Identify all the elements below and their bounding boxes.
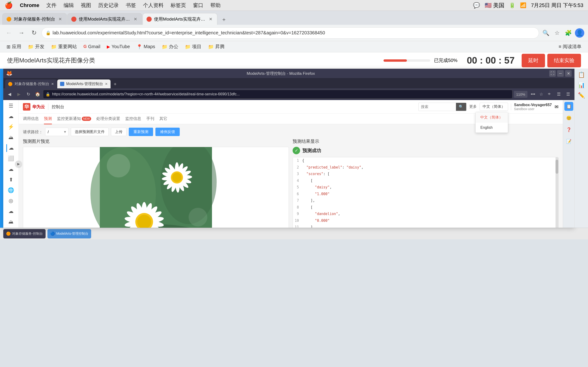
mail-icon[interactable]: ✉ [555,104,559,110]
delay-button[interactable]: 延时 [522,54,545,67]
ff-tab-1[interactable]: 🟠 对象存储服务-控制台 ✕ [5,79,57,88]
select-file-button[interactable]: 选择预测图片文件 [71,128,109,136]
taskbar-item-1[interactable]: 🟠 对象存储服务-控制台 [3,229,46,238]
tab3-close-icon[interactable]: ✕ [208,16,213,22]
scrollbar-thumb[interactable] [555,160,558,174]
lang-option-en[interactable]: English [476,123,508,133]
menu-bookmarks[interactable]: 书签 [126,2,136,9]
search-button[interactable]: 🔍 [456,103,466,111]
ff-minimize-icon[interactable]: ─ [557,70,564,77]
tab2-close-icon[interactable]: ✕ [133,16,138,22]
chrome-tab-2[interactable]: 使用ModelArts实现花卉图像分... ✕ [67,13,142,25]
right-icon-help[interactable]: ❓ [564,125,573,134]
bookmark-youtube[interactable]: ▶ YouTube [104,42,133,51]
predict-button[interactable]: 重新预测 [129,128,153,136]
nav-icon-upload[interactable]: ⬆ [6,176,16,184]
more-button[interactable]: 更多 [469,104,477,109]
nav-icon-cloud1[interactable]: ☁ [6,112,16,120]
ff-maximize-icon[interactable]: ⛶ [549,70,556,77]
ff-new-tab-button[interactable]: + [111,80,119,88]
ff-tab1-close[interactable]: ✕ [51,82,54,86]
nav-icon-circle[interactable]: ◎ [6,197,16,205]
back-button[interactable]: ← [4,28,14,38]
subnav-classify[interactable]: 处理分类设置 [96,116,120,124]
subnav-predict[interactable]: 预测 [44,116,52,124]
profile-icon[interactable]: 👤 [575,28,584,38]
taskbar-item-2[interactable]: 🔵 ModelArts-管理控制台 [47,229,91,238]
language-button[interactable]: 中文（简体） [480,103,508,111]
nav-icon-storage[interactable]: ⬜ [6,155,16,162]
path-select[interactable]: / [45,128,68,136]
feedback-button[interactable]: 难例反馈 [155,128,180,136]
right-icon-clipboard[interactable]: 📋 [564,102,573,111]
nav-icon-cloud4[interactable]: ☁ [6,208,16,215]
ff-forward-button[interactable]: ▶ [15,90,23,98]
bookmark-office[interactable]: 📁 办公 [159,42,181,51]
bookmark-project[interactable]: 📁 项目 [182,42,204,51]
forward-button[interactable]: → [16,28,27,38]
bookmark-maps[interactable]: 📍 Maps [134,42,158,51]
search-input[interactable] [419,105,456,109]
ff-overflow-menu[interactable]: ••• [529,91,537,98]
menu-profile[interactable]: 个人资料 [143,2,164,9]
reload-button[interactable]: ↻ [29,28,39,38]
nav-icon-bolt[interactable]: ⚡ [6,123,16,131]
menu-view[interactable]: 视图 [81,2,91,9]
search-icon[interactable]: 🔍 [541,28,551,38]
side-panel-icon3[interactable]: ✏️ [578,92,585,99]
upload-button[interactable]: 上传 [111,128,126,136]
bookmark-gmail[interactable]: G Gmail [81,42,103,51]
subnav-monitor-info[interactable]: 监控信息 [125,116,141,124]
nav-icon-mountain1[interactable]: ⛰ [6,134,16,142]
ff-tab2-close[interactable]: ✕ [105,82,108,86]
subnav-call-info[interactable]: 调用信息 [23,116,39,124]
menu-edit[interactable]: 编辑 [64,2,74,9]
console-nav-link[interactable]: 控制台 [52,104,64,110]
ff-close-icon[interactable]: ✕ [565,70,572,77]
new-tab-button[interactable]: + [219,15,229,25]
json-viewer[interactable]: 1{ 2 "predicted_label": "daisy", 3 "scor… [293,157,559,228]
right-icon-document[interactable]: 📝 [564,137,573,146]
nav-icon-mountain2[interactable]: ⛰ [6,218,16,226]
finish-button[interactable]: 结束实验 [547,54,581,67]
nav-icon-cloud3[interactable]: ☁ [6,165,16,173]
sidebar-expand-button[interactable]: ▶ [15,161,22,167]
side-panel-icon2[interactable]: 📊 [578,82,585,88]
nav-icon-globe[interactable]: 🌐 [6,186,16,194]
subnav-other[interactable]: 其它 [159,116,167,124]
reading-list-button[interactable]: ≡ 阅读清单 [556,42,584,51]
ff-back-button[interactable]: ◀ [6,90,14,98]
ff-tab-2[interactable]: ModelArts-管理控制台 ✕ [57,79,110,88]
subnav-manual[interactable]: 手刊 [146,116,154,124]
address-bar[interactable]: 🔒 lab.huaweicloud.com/experimentalStudy.… [41,27,539,39]
ff-zoom-badge[interactable]: 110% [514,91,528,98]
subnav-monitor[interactable]: 监控更新通知 NEW [57,116,91,124]
menu-window[interactable]: 窗口 [193,2,203,9]
bookmark-ascend[interactable]: 📁 昇腾 [205,42,227,51]
ff-reader-mode[interactable]: ☰ [555,90,563,98]
side-panel-icon1[interactable]: 📋 [578,72,585,78]
chrome-tab-3[interactable]: 使用ModelArts实现花卉图像分... ✕ [142,13,217,25]
menu-help[interactable]: 帮助 [210,2,221,9]
nav-icon-menu[interactable]: ☰ [6,102,16,110]
lang-option-zh[interactable]: 中文（简体） [476,112,508,123]
menu-history[interactable]: 历史记录 [98,2,119,9]
ff-address-bar[interactable]: 🔒 https://console.huaweicloud.com/modela… [43,90,513,99]
apple-icon[interactable]: 🍎 [5,1,13,9]
tab1-close-icon[interactable]: ✕ [58,16,63,22]
star-icon[interactable]: ☆ [553,28,562,38]
bookmark-apps[interactable]: ⊞ 应用 [4,42,24,51]
chrome-tab-1[interactable]: 🟠 对象存储服务-控制台 ✕ [2,13,67,25]
ff-reload-button[interactable]: ↻ [24,90,32,98]
ff-bookmark-star[interactable]: ☆ [538,91,544,98]
ff-sidebar-toggle[interactable]: ⫩ [546,90,553,98]
menu-tabs[interactable]: 标签页 [171,2,186,9]
right-icon-face[interactable]: 😊 [564,114,573,123]
ff-menu-button[interactable]: ☰ [564,90,572,98]
scrollbar-track[interactable] [555,157,558,228]
bookmark-important[interactable]: 📁 重要网站 [48,42,80,51]
bookmark-dev[interactable]: 📁 开发 [25,42,47,51]
extensions-icon[interactable]: 🧩 [564,28,573,38]
menu-file[interactable]: 文件 [46,2,57,9]
ff-home-button[interactable]: 🏠 [34,90,41,98]
